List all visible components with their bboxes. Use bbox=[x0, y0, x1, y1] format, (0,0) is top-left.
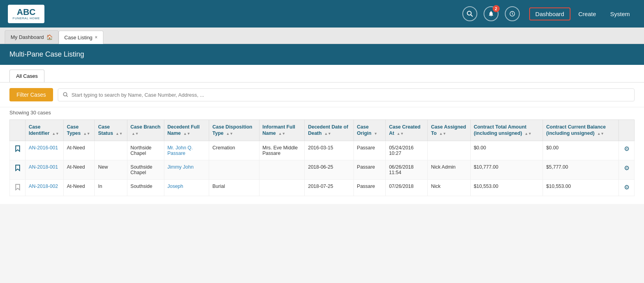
th-case-created-at[interactable]: Case Created At ▲▼ bbox=[386, 120, 428, 141]
cell-actions[interactable]: ⚙ bbox=[619, 160, 635, 179]
cell-contract-total: $10,777.00 bbox=[470, 160, 543, 179]
cell-case-status bbox=[95, 141, 127, 160]
cell-informant-full-name bbox=[259, 179, 305, 196]
cell-case-types: At-Need bbox=[64, 179, 95, 196]
cell-case-branch: Southside bbox=[127, 179, 164, 196]
svg-point-5 bbox=[63, 92, 67, 96]
cell-case-created-at: 06/26/2018 11:54 bbox=[386, 160, 428, 179]
cell-case-created-at: 05/24/2016 10:27 bbox=[386, 141, 428, 160]
tab-caselisting-label: Case Listing bbox=[64, 35, 93, 40]
all-cases-tab[interactable]: All Cases bbox=[9, 70, 44, 82]
cell-case-disposition-type bbox=[209, 160, 259, 179]
table-row: AN-2016-001At-NeedNorthside ChapelMr. Jo… bbox=[10, 141, 635, 160]
cell-bookmark[interactable] bbox=[10, 160, 26, 179]
bookmark-empty-icon bbox=[15, 184, 20, 191]
th-contract-balance[interactable]: Contract Current Balance (including unsi… bbox=[543, 120, 619, 141]
decedent-name-link[interactable]: Mr. John Q. Passare bbox=[167, 145, 193, 156]
cell-case-created-at: 07/26/2018 bbox=[386, 179, 428, 196]
cell-informant-full-name bbox=[259, 160, 305, 179]
cell-case-assigned-to bbox=[428, 141, 471, 160]
cell-informant-full-name: Mrs. Eve Middle Passare bbox=[259, 141, 305, 160]
th-case-assigned-to[interactable]: Case Assigned To ▲▼ bbox=[428, 120, 471, 141]
cases-tab-bar: All Cases bbox=[0, 65, 644, 83]
th-actions bbox=[619, 120, 635, 141]
bookmark-icon bbox=[15, 145, 20, 152]
th-case-types[interactable]: Case Types ▲▼ bbox=[64, 120, 95, 141]
home-icon: 🏠 bbox=[46, 34, 53, 40]
case-id-link[interactable]: AN-2018-001 bbox=[29, 164, 58, 170]
nav-system[interactable]: System bbox=[604, 7, 636, 20]
svg-point-0 bbox=[467, 11, 471, 15]
tab-my-dashboard[interactable]: My Dashboard 🏠 bbox=[5, 30, 59, 44]
cell-decedent-full-name[interactable]: Joseph bbox=[164, 179, 209, 196]
cell-decedent-date-of-death: 2018-07-25 bbox=[305, 179, 353, 196]
search-input[interactable] bbox=[72, 92, 629, 98]
bookmark-icon bbox=[15, 164, 20, 171]
cell-actions[interactable]: ⚙ bbox=[619, 141, 635, 160]
cell-case-assigned-to: Nick Admin bbox=[428, 160, 471, 179]
table-header: Case Identifier ▲▼ Case Types ▲▼ Case St… bbox=[10, 120, 635, 141]
th-decedent-date-of-death[interactable]: Decedent Date of Death ▲▼ bbox=[305, 120, 353, 141]
cell-case-types: At-Need bbox=[64, 160, 95, 179]
filter-bar: Filter Cases bbox=[0, 83, 644, 107]
logo-abc: ABC bbox=[17, 8, 36, 17]
decedent-name-link[interactable]: Joseph bbox=[167, 184, 183, 189]
cell-case-origin: Passare bbox=[353, 141, 386, 160]
cell-case-origin: Passare bbox=[353, 160, 386, 179]
showing-count: Showing 30 cases bbox=[0, 107, 644, 119]
svg-line-4 bbox=[512, 14, 513, 15]
th-bookmark bbox=[10, 120, 26, 141]
gear-icon[interactable]: ⚙ bbox=[624, 165, 629, 171]
clock-icon-btn[interactable] bbox=[505, 6, 520, 21]
cell-case-branch: Southside Chapel bbox=[127, 160, 164, 179]
cell-bookmark[interactable] bbox=[10, 141, 26, 160]
notifications-btn[interactable]: 2 bbox=[484, 6, 499, 21]
close-icon[interactable]: × bbox=[95, 35, 98, 40]
cell-actions[interactable]: ⚙ bbox=[619, 179, 635, 196]
cell-case-disposition-type: Burial bbox=[209, 179, 259, 196]
cell-case-identifier[interactable]: AN-2018-001 bbox=[26, 160, 64, 179]
cell-decedent-full-name[interactable]: Jimmy John bbox=[164, 160, 209, 179]
th-case-identifier[interactable]: Case Identifier ▲▼ bbox=[26, 120, 64, 141]
search-icon bbox=[467, 11, 473, 17]
search-icon-btn[interactable] bbox=[462, 6, 477, 21]
cell-case-types: At-Need bbox=[64, 141, 95, 160]
tabs-bar: My Dashboard 🏠 Case Listing × bbox=[0, 28, 644, 44]
th-informant-full-name[interactable]: Informant Full Name ▲▼ bbox=[259, 120, 305, 141]
search-box bbox=[58, 88, 635, 101]
gear-icon[interactable]: ⚙ bbox=[624, 184, 629, 191]
cell-decedent-date-of-death: 2016-03-15 bbox=[305, 141, 353, 160]
cell-case-origin: Passare bbox=[353, 179, 386, 196]
cell-decedent-full-name[interactable]: Mr. John Q. Passare bbox=[164, 141, 209, 160]
th-decedent-full-name[interactable]: Decedent Full Name ▲▼ bbox=[164, 120, 209, 141]
th-case-status[interactable]: Case Status ▲▼ bbox=[95, 120, 127, 141]
cell-case-status: In bbox=[95, 179, 127, 196]
th-case-branch[interactable]: Case Branch ▲▼ bbox=[127, 120, 164, 141]
th-contract-total[interactable]: Contract Total Amount (including unsigne… bbox=[470, 120, 543, 141]
section-header: Multi-Pane Case Listing bbox=[0, 44, 644, 65]
case-id-link[interactable]: AN-2018-002 bbox=[29, 184, 58, 189]
cell-case-status: New bbox=[95, 160, 127, 179]
tab-dashboard-label: My Dashboard bbox=[11, 34, 44, 40]
th-case-disposition-type[interactable]: Case Disposition Type ▲▼ bbox=[209, 120, 259, 141]
svg-line-1 bbox=[471, 15, 473, 17]
th-case-origin[interactable]: Case Origin ▼ bbox=[353, 120, 386, 141]
nav-create[interactable]: Create bbox=[572, 7, 602, 20]
cell-case-identifier[interactable]: AN-2016-001 bbox=[26, 141, 64, 160]
filter-cases-button[interactable]: Filter Cases bbox=[9, 88, 53, 101]
gear-icon[interactable]: ⚙ bbox=[624, 145, 629, 152]
case-table-wrapper: Case Identifier ▲▼ Case Types ▲▼ Case St… bbox=[0, 119, 644, 196]
svg-line-6 bbox=[66, 96, 68, 97]
cell-case-identifier[interactable]: AN-2018-002 bbox=[26, 179, 64, 196]
nav-dashboard[interactable]: Dashboard bbox=[529, 7, 570, 20]
tab-case-listing[interactable]: Case Listing × bbox=[59, 31, 104, 44]
logo: ABC FUNERAL HOME bbox=[8, 5, 44, 23]
cell-bookmark[interactable] bbox=[10, 179, 26, 196]
header-nav: 2 Dashboard Create System bbox=[462, 6, 636, 21]
case-table: Case Identifier ▲▼ Case Types ▲▼ Case St… bbox=[9, 119, 635, 196]
text-nav: Dashboard Create System bbox=[529, 7, 636, 20]
case-id-link[interactable]: AN-2016-001 bbox=[29, 145, 58, 151]
decedent-name-link[interactable]: Jimmy John bbox=[167, 164, 194, 170]
main-content: Multi-Pane Case Listing All Cases Filter… bbox=[0, 44, 644, 204]
logo-sub: FUNERAL HOME bbox=[13, 17, 40, 20]
